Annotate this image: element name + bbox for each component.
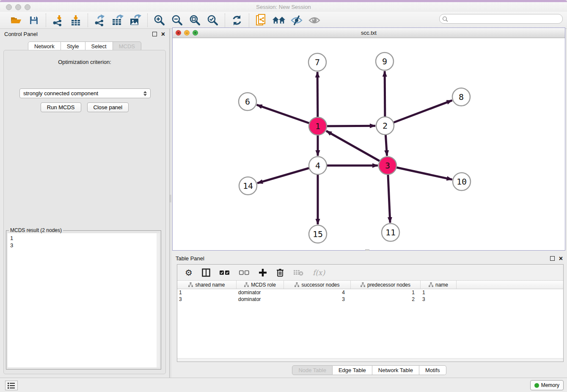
network-window-titlebar[interactable]: ✕ − + scc.txt [173,28,565,38]
delete-table-icon [293,269,303,276]
node-table-container: ⚙ f(x) shared nameMCDS rolesuccessor nod… [177,264,564,362]
fx-icon: f(x) [313,268,325,277]
column-tree-icon [244,282,249,287]
zoom-selected-button[interactable] [206,14,220,27]
export-image-button[interactable] [129,14,142,27]
network-canvas[interactable]: 7968124314101511 [173,38,565,250]
close-panel-button[interactable]: Close panel [87,102,129,112]
graph-node-label-9: 9 [382,56,387,66]
graph-node-label-7: 7 [315,57,320,67]
hide-selected-button[interactable] [290,14,303,27]
column-label: predecessor nodes [367,282,410,288]
column-header-name[interactable]: name [421,281,457,289]
control-panel: Control Panel × Network Style Select MCD… [0,29,169,378]
column-label: MCDS role [251,282,276,288]
unchecked-boxes-icon [239,270,249,275]
save-session-button[interactable] [27,14,41,27]
tab-network-table[interactable]: Network Table [372,365,419,375]
save-floppy-icon [29,15,39,25]
add-row-button[interactable] [259,267,267,278]
mcds-result-group: MCDS result (2 nodes) 1 3 [6,230,161,370]
memory-button[interactable]: Memory [530,380,564,390]
result-scrollbar[interactable] [157,233,160,367]
task-history-button[interactable] [5,381,18,390]
column-tree-icon [361,282,365,287]
import-network-button[interactable] [51,14,65,27]
select-all-button[interactable] [220,267,230,278]
criterion-dropdown[interactable]: strongly connected component [19,88,151,98]
float-table-panel-icon[interactable] [550,256,555,261]
column-label: successor nodes [301,282,339,288]
delete-row-button[interactable] [276,267,284,278]
column-tree-icon [429,282,433,287]
float-panel-icon[interactable] [152,32,157,36]
zoom-in-button[interactable] [153,14,166,27]
table-settings-button[interactable]: ⚙ [185,267,193,278]
tab-node-table[interactable]: Node Table [292,365,333,375]
gear-icon: ⚙ [185,268,193,277]
export-table-button[interactable] [111,14,124,27]
close-table-panel-icon[interactable]: × [559,256,563,261]
control-panel-title: Control Panel [4,31,38,37]
graph-node-label-15: 15 [313,229,323,239]
mcds-result-title: MCDS result (2 nodes) [9,227,63,233]
column-header-predecessor-nodes[interactable]: predecessor nodes [351,281,421,289]
show-all-button[interactable] [308,14,321,27]
column-header-MCDS-role[interactable]: MCDS role [237,281,284,289]
import-table-button[interactable] [69,14,83,27]
zoom-in-icon [154,14,165,26]
table-tabs: Node Table Edge Table Network Table Moti… [171,365,567,375]
network-window: ✕ − + scc.txt 7968124314101511 [172,28,565,251]
search-input[interactable] [450,16,562,22]
table-header-row: shared nameMCDS rolesuccessor nodesprede… [177,281,563,289]
zoom-selected-icon [207,14,219,26]
table-panel-title: Table Panel [176,255,204,262]
tab-edge-table[interactable]: Edge Table [333,365,372,375]
table-row[interactable]: 3dominator323 [177,296,563,303]
export-network-button[interactable] [93,14,107,27]
graph-edge-3-10[interactable] [388,166,452,179]
show-column-panel-button[interactable] [202,267,210,278]
optimization-criterion-label: Optimization criterion: [4,59,165,65]
close-panel-icon[interactable]: × [161,32,165,36]
table-panel: Table Panel × ⚙ f(x) [171,251,567,378]
column-tree-icon [295,282,299,287]
mcds-result-textarea[interactable]: 1 3 [8,233,157,367]
column-header-shared-name[interactable]: shared name [177,281,237,289]
refresh-layout-button[interactable] [230,14,244,27]
memory-status-icon [534,383,539,388]
table-cell: dominator [237,296,284,303]
table-cell: 2 [351,296,421,303]
graph-edge-4-14[interactable] [257,166,318,183]
column-header-successor-nodes[interactable]: successor nodes [284,281,351,289]
zoom-fit-button[interactable] [188,14,202,27]
open-session-button[interactable] [9,14,23,27]
network-graph[interactable]: 7968124314101511 [173,38,565,250]
table-horizontal-scrollbar[interactable] [177,358,563,362]
table-toolbar: ⚙ f(x) [177,265,563,281]
function-builder-button[interactable]: f(x) [313,267,325,278]
network-search-field[interactable] [439,14,563,24]
deselect-all-button[interactable] [239,267,249,278]
table-cell: 3 [177,296,237,303]
graph-node-label-11: 11 [385,227,396,237]
graph-node-label-1: 1 [315,121,320,131]
table-cell: 4 [284,289,351,296]
graph-edge-2-8[interactable] [385,100,452,126]
delete-table-button[interactable] [293,267,303,278]
zoom-out-icon [171,14,183,26]
table-row[interactable]: 1dominator411 [177,289,563,296]
two-houses-icon [272,15,286,25]
eye-slash-icon [290,15,303,26]
graph-node-label-8: 8 [459,92,464,102]
graph-edge-3-1[interactable] [326,131,388,166]
first-neighbors-button[interactable] [272,14,286,27]
graph-edge-1-6[interactable] [257,105,318,126]
main-toolbar [0,12,567,29]
mcds-panel: Optimization criterion: strongly connect… [3,50,166,374]
new-network-from-selection-button[interactable] [254,14,268,27]
zoom-out-button[interactable] [171,14,184,27]
table-cell: 1 [351,289,421,296]
tab-motifs[interactable]: Motifs [419,365,446,375]
run-mcds-button[interactable]: Run MCDS [41,102,81,112]
